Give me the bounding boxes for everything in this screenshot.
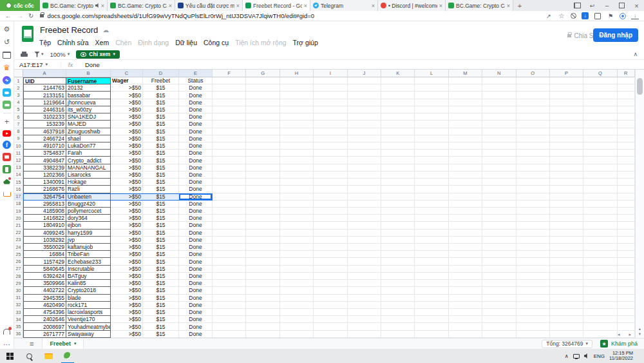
formula-value[interactable]: Done	[80, 61, 100, 68]
cell-O22[interactable]	[516, 230, 550, 237]
cell-I30[interactable]	[314, 287, 347, 294]
cell-K11[interactable]	[381, 150, 415, 157]
cell-G19[interactable]	[246, 208, 279, 215]
cell-B23[interactable]: jvp	[66, 237, 111, 244]
cell-L15[interactable]	[415, 179, 448, 186]
cell-Q4[interactable]	[583, 99, 617, 106]
cell-P36[interactable]	[550, 331, 583, 338]
cell-F3[interactable]	[213, 92, 246, 99]
cell-B13[interactable]: MANANANGAL	[66, 164, 111, 172]
cell-C34[interactable]: >$50	[111, 316, 143, 323]
cell-C4[interactable]: >$50	[111, 99, 143, 106]
cell-A29[interactable]: 3509966	[23, 280, 66, 287]
cell-C15[interactable]: >$50	[111, 179, 143, 186]
cell-B1[interactable]: Fusername	[66, 77, 111, 84]
cell-G6[interactable]	[246, 113, 279, 121]
cell-D14[interactable]: $15	[143, 172, 179, 179]
cell-Q6[interactable]	[583, 113, 617, 121]
cell-I21[interactable]	[314, 222, 347, 229]
cell-D25[interactable]: $15	[143, 251, 179, 258]
cell-K25[interactable]	[381, 251, 415, 258]
cell-E23[interactable]: Done	[179, 237, 213, 244]
all-sheets-icon[interactable]: ≡	[30, 340, 33, 348]
cell-H15[interactable]	[280, 179, 314, 186]
tab-close-icon[interactable]: ×	[236, 3, 240, 9]
cell-K10[interactable]	[381, 142, 415, 150]
cell-E31[interactable]: Done	[179, 295, 213, 302]
column-header-N[interactable]: N	[482, 70, 516, 77]
cell-E8[interactable]: Done	[179, 128, 213, 135]
cell-J19[interactable]	[348, 208, 381, 215]
cell-D7[interactable]: $15	[143, 121, 179, 128]
cell-B34[interactable]: Veentje170	[66, 316, 111, 323]
cell-N9[interactable]	[482, 135, 516, 142]
cell-O26[interactable]	[516, 258, 550, 265]
cell-F24[interactable]	[213, 244, 246, 251]
cell-R2[interactable]	[618, 84, 635, 92]
scrollbar-thumb[interactable]	[637, 78, 643, 95]
cell-R30[interactable]	[618, 287, 635, 294]
cell-O15[interactable]	[516, 179, 550, 186]
cell-N19[interactable]	[482, 208, 516, 215]
cell-O10[interactable]	[516, 142, 550, 150]
cell-B26[interactable]: Echebase233	[66, 258, 111, 265]
cell-L11[interactable]	[415, 150, 448, 157]
cell-M24[interactable]	[449, 244, 482, 251]
cell-P30[interactable]	[550, 287, 583, 294]
cell-M27[interactable]	[449, 266, 482, 273]
cell-R21[interactable]	[618, 222, 635, 229]
reopen-tab-icon[interactable]	[585, 0, 600, 11]
cell-J15[interactable]	[348, 179, 381, 186]
cell-O18[interactable]	[516, 201, 550, 208]
row-header-18[interactable]: 18	[14, 201, 23, 208]
cell-N20[interactable]	[482, 215, 516, 222]
doc-title[interactable]: Freebet Record	[40, 25, 98, 35]
cell-R36[interactable]	[618, 331, 635, 338]
cell-P27[interactable]	[550, 266, 583, 273]
new-tab-button[interactable]: +	[513, 0, 526, 11]
cell-H28[interactable]	[280, 273, 314, 280]
add-icon[interactable]	[3, 117, 12, 126]
cell-H8[interactable]	[280, 128, 314, 135]
cell-E9[interactable]: Done	[179, 135, 213, 142]
cell-L1[interactable]	[415, 77, 448, 84]
cell-F25[interactable]	[213, 251, 246, 258]
cell-R5[interactable]	[618, 106, 635, 113]
cell-H3[interactable]	[280, 92, 314, 99]
cell-A1[interactable]: UID	[23, 77, 66, 84]
cell-A28[interactable]: 6392424	[23, 273, 66, 280]
tab-close-icon[interactable]: ×	[304, 3, 307, 9]
menu-item[interactable]: Chèn	[115, 39, 131, 46]
cell-Q2[interactable]	[583, 84, 617, 92]
cell-B18[interactable]: Bnuggz420	[66, 201, 111, 208]
browser-tab[interactable]: Freebet Record - Googl×	[243, 0, 310, 11]
split-view-icon[interactable]	[570, 0, 585, 11]
cell-J17[interactable]	[348, 193, 381, 201]
cell-M13[interactable]	[449, 164, 482, 172]
cell-I14[interactable]	[314, 172, 347, 179]
bell-icon[interactable]	[3, 327, 12, 336]
cell-B4[interactable]: jhonncueva	[66, 99, 111, 106]
cell-H27[interactable]	[280, 266, 314, 273]
cell-B11[interactable]: Farah	[66, 150, 111, 157]
cell-K1[interactable]	[381, 77, 415, 84]
cell-F18[interactable]	[213, 201, 246, 208]
cell-G14[interactable]	[246, 172, 279, 179]
secure-lock-icon[interactable]	[40, 14, 44, 17]
cell-L14[interactable]	[415, 172, 448, 179]
column-header-J[interactable]: J	[348, 70, 381, 77]
cell-E33[interactable]: Done	[179, 309, 213, 316]
menu-item[interactable]: Chỉnh sửa	[57, 39, 88, 46]
cell-D2[interactable]: $15	[143, 84, 179, 92]
cell-G32[interactable]	[246, 302, 279, 309]
cell-A32[interactable]: 4620490	[23, 302, 66, 309]
cell-H22[interactable]	[280, 230, 314, 237]
cell-G36[interactable]	[246, 331, 279, 338]
cell-I1[interactable]	[314, 77, 347, 84]
cell-Q36[interactable]	[583, 331, 617, 338]
row-header-31[interactable]: 31	[14, 295, 23, 302]
cell-M8[interactable]	[449, 128, 482, 135]
cell-Q3[interactable]	[583, 92, 617, 99]
cell-N31[interactable]	[482, 295, 516, 302]
cell-L28[interactable]	[415, 273, 448, 280]
